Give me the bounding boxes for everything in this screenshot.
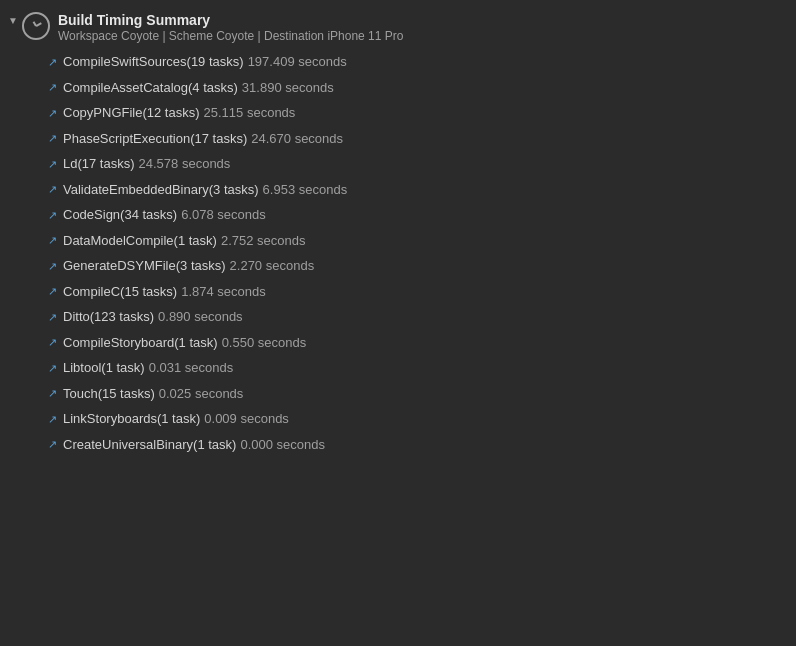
item-arrow-icon: ↗ — [48, 385, 57, 402]
list-item[interactable]: ↗DataModelCompile (1 task) 2.752 seconds — [48, 228, 788, 254]
item-name: ValidateEmbeddedBinary — [63, 180, 209, 200]
item-name: CompileAssetCatalog — [63, 78, 188, 98]
item-name: Libtool — [63, 358, 101, 378]
item-time: 6.953 seconds — [263, 180, 348, 200]
item-tasks: (1 task) — [193, 435, 236, 455]
item-time: 2.752 seconds — [221, 231, 306, 251]
item-tasks: (17 tasks) — [77, 154, 134, 174]
item-time: 6.078 seconds — [181, 205, 266, 225]
item-name: PhaseScriptExecution — [63, 129, 190, 149]
list-item[interactable]: ↗LinkStoryboards (1 task) 0.009 seconds — [48, 406, 788, 432]
header-section: ▼ Build Timing Summary Workspace Coyote … — [8, 12, 788, 43]
list-item[interactable]: ↗Ditto (123 tasks) 0.890 seconds — [48, 304, 788, 330]
list-item[interactable]: ↗Ld (17 tasks) 24.578 seconds — [48, 151, 788, 177]
item-name: CompileC — [63, 282, 120, 302]
item-arrow-icon: ↗ — [48, 258, 57, 275]
list-item[interactable]: ↗CopyPNGFile (12 tasks) 25.115 seconds — [48, 100, 788, 126]
item-name: CreateUniversalBinary — [63, 435, 193, 455]
list-item[interactable]: ↗Touch (15 tasks) 0.025 seconds — [48, 381, 788, 407]
item-time: 0.890 seconds — [158, 307, 243, 327]
item-name: Ld — [63, 154, 77, 174]
build-items-list: ↗CompileSwiftSources (19 tasks) 197.409 … — [48, 49, 788, 457]
list-item[interactable]: ↗CompileC (15 tasks) 1.874 seconds — [48, 279, 788, 305]
item-time: 24.578 seconds — [139, 154, 231, 174]
item-name: CodeSign — [63, 205, 120, 225]
item-time: 0.009 seconds — [204, 409, 289, 429]
item-arrow-icon: ↗ — [48, 156, 57, 173]
item-tasks: (123 tasks) — [90, 307, 154, 327]
item-name: Ditto — [63, 307, 90, 327]
item-tasks: (3 tasks) — [176, 256, 226, 276]
item-arrow-icon: ↗ — [48, 436, 57, 453]
item-arrow-icon: ↗ — [48, 79, 57, 96]
item-time: 0.031 seconds — [149, 358, 234, 378]
item-time: 0.550 seconds — [222, 333, 307, 353]
list-item[interactable]: ↗PhaseScriptExecution (17 tasks) 24.670 … — [48, 126, 788, 152]
item-arrow-icon: ↗ — [48, 334, 57, 351]
item-arrow-icon: ↗ — [48, 207, 57, 224]
item-name: CompileStoryboard — [63, 333, 174, 353]
item-arrow-icon: ↗ — [48, 232, 57, 249]
item-tasks: (34 tasks) — [120, 205, 177, 225]
item-time: 25.115 seconds — [204, 103, 296, 123]
list-item[interactable]: ↗CompileSwiftSources (19 tasks) 197.409 … — [48, 49, 788, 75]
page-title: Build Timing Summary — [58, 12, 404, 28]
list-item[interactable]: ↗CompileStoryboard (1 task) 0.550 second… — [48, 330, 788, 356]
item-arrow-icon: ↗ — [48, 360, 57, 377]
item-time: 1.874 seconds — [181, 282, 266, 302]
list-item[interactable]: ↗Libtool (1 task) 0.031 seconds — [48, 355, 788, 381]
item-name: CompileSwiftSources — [63, 52, 187, 72]
item-time: 2.270 seconds — [230, 256, 315, 276]
item-time: 24.670 seconds — [251, 129, 343, 149]
item-name: GenerateDSYMFile — [63, 256, 176, 276]
item-time: 197.409 seconds — [248, 52, 347, 72]
item-tasks: (3 tasks) — [209, 180, 259, 200]
item-tasks: (12 tasks) — [142, 103, 199, 123]
clock-icon — [22, 12, 50, 40]
item-tasks: (1 task) — [101, 358, 144, 378]
item-arrow-icon: ↗ — [48, 105, 57, 122]
item-time: 0.000 seconds — [240, 435, 325, 455]
item-name: DataModelCompile — [63, 231, 174, 251]
item-arrow-icon: ↗ — [48, 54, 57, 71]
item-time: 0.025 seconds — [159, 384, 244, 404]
list-item[interactable]: ↗ValidateEmbeddedBinary (3 tasks) 6.953 … — [48, 177, 788, 203]
item-arrow-icon: ↗ — [48, 411, 57, 428]
item-tasks: (15 tasks) — [120, 282, 177, 302]
item-name: LinkStoryboards — [63, 409, 157, 429]
item-tasks: (1 task) — [174, 333, 217, 353]
list-item[interactable]: ↗GenerateDSYMFile (3 tasks) 2.270 second… — [48, 253, 788, 279]
item-tasks: (1 task) — [174, 231, 217, 251]
item-arrow-icon: ↗ — [48, 283, 57, 300]
item-tasks: (4 tasks) — [188, 78, 238, 98]
item-time: 31.890 seconds — [242, 78, 334, 98]
item-tasks: (17 tasks) — [190, 129, 247, 149]
item-tasks: (15 tasks) — [98, 384, 155, 404]
item-tasks: (1 task) — [157, 409, 200, 429]
list-item[interactable]: ↗CreateUniversalBinary (1 task) 0.000 se… — [48, 432, 788, 458]
item-name: Touch — [63, 384, 98, 404]
item-arrow-icon: ↗ — [48, 181, 57, 198]
list-item[interactable]: ↗CompileAssetCatalog (4 tasks) 31.890 se… — [48, 75, 788, 101]
header-text: Build Timing Summary Workspace Coyote | … — [58, 12, 404, 43]
page-subtitle: Workspace Coyote | Scheme Coyote | Desti… — [58, 29, 404, 43]
item-arrow-icon: ↗ — [48, 309, 57, 326]
list-item[interactable]: ↗CodeSign (34 tasks) 6.078 seconds — [48, 202, 788, 228]
item-name: CopyPNGFile — [63, 103, 142, 123]
item-tasks: (19 tasks) — [187, 52, 244, 72]
expand-triangle-icon[interactable]: ▼ — [8, 15, 18, 26]
item-arrow-icon: ↗ — [48, 130, 57, 147]
